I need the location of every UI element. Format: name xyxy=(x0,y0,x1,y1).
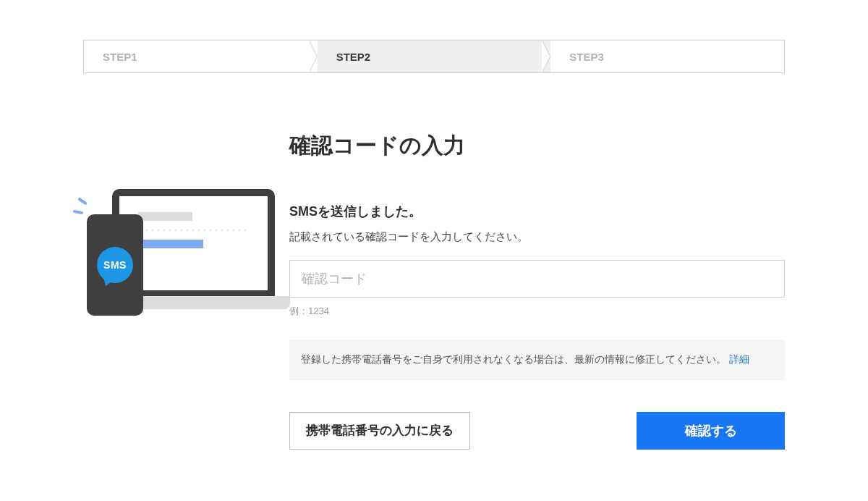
step-2-label: STEP2 xyxy=(336,51,371,63)
phone-icon: SMS xyxy=(87,214,143,316)
step-3: STEP3 xyxy=(550,41,784,72)
back-button[interactable]: 携帯電話番号の入力に戻る xyxy=(289,412,470,450)
step-indicator: STEP1 STEP2 STEP3 xyxy=(83,40,785,73)
notice-box: 登録した携帯電話番号をご自身で利用されなくなる場合は、最新の情報に修正してくださ… xyxy=(289,340,785,380)
verification-code-input[interactable] xyxy=(289,260,785,298)
sms-sent-heading: SMSを送信しました。 xyxy=(289,203,785,220)
step-1: STEP1 xyxy=(84,41,318,72)
step-3-label: STEP3 xyxy=(569,51,604,63)
step-1-label: STEP1 xyxy=(103,51,137,63)
step-2: STEP2 xyxy=(318,41,551,72)
confirm-button[interactable]: 確認する xyxy=(637,412,785,450)
page-title: 確認コードの入力 xyxy=(289,131,785,161)
spark-icon xyxy=(77,197,88,205)
sms-bubble-icon: SMS xyxy=(97,247,133,283)
sms-bubble-label: SMS xyxy=(103,259,127,271)
notice-text: 登録した携帯電話番号をご自身で利用されなくなる場合は、最新の情報に修正してくださ… xyxy=(301,353,726,365)
example-text: 例：1234 xyxy=(289,305,785,318)
spark-icon xyxy=(73,210,83,214)
instruction-text: 記載されている確認コードを入力してください。 xyxy=(289,230,785,244)
details-link[interactable]: 詳細 xyxy=(729,353,749,365)
sms-illustration: SMS xyxy=(83,131,289,330)
